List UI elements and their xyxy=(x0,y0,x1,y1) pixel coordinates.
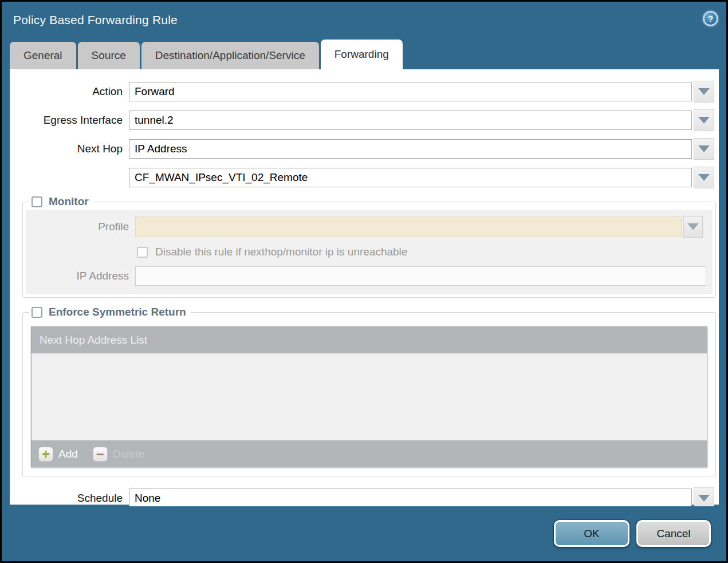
monitor-title: Monitor xyxy=(49,195,89,208)
symmetric-return-legend: Enforce Symmetric Return xyxy=(29,306,191,318)
symmetric-return-checkbox[interactable] xyxy=(32,307,42,318)
next-hop-label: Next Hop xyxy=(10,143,123,155)
next-hop-address-list-toolbar: + Add − Delete xyxy=(32,440,707,467)
next-hop-address-dropdown xyxy=(129,167,714,188)
next-hop-address-list-body[interactable] xyxy=(32,353,707,440)
delete-button: − Delete xyxy=(93,447,144,462)
disable-rule-row: Disable this rule if nexthop/monitor ip … xyxy=(137,246,709,258)
tab-general[interactable]: General xyxy=(10,42,76,69)
help-icon[interactable]: ? xyxy=(703,11,718,26)
egress-interface-dropdown-button[interactable] xyxy=(694,109,714,131)
tab-destination-application-service[interactable]: Destination/Application/Service xyxy=(141,42,319,69)
chevron-down-icon xyxy=(698,174,710,181)
action-input[interactable] xyxy=(129,82,692,101)
next-hop-address-dropdown-button[interactable] xyxy=(694,167,714,188)
action-label: Action xyxy=(10,85,123,98)
chevron-down-icon xyxy=(698,117,710,124)
dialog-title: Policy Based Forwarding Rule xyxy=(13,13,178,27)
action-dropdown xyxy=(129,81,714,103)
next-hop-address-list-header: Next Hop Address List xyxy=(32,327,707,353)
chevron-down-icon xyxy=(698,495,710,502)
egress-interface-dropdown xyxy=(129,109,714,131)
profile-row: Profile xyxy=(26,216,709,238)
egress-interface-label: Egress Interface xyxy=(10,114,123,127)
next-hop-address-row xyxy=(10,167,719,188)
delete-button-label: Delete xyxy=(113,448,144,460)
next-hop-type-input[interactable] xyxy=(129,139,692,159)
next-hop-row: Next Hop xyxy=(10,138,719,160)
next-hop-address-list-table: Next Hop Address List + Add − Delete xyxy=(31,326,707,467)
next-hop-type-dropdown xyxy=(129,138,714,160)
next-hop-type-dropdown-button[interactable] xyxy=(694,138,714,160)
schedule-input[interactable] xyxy=(129,489,692,508)
schedule-label: Schedule xyxy=(10,492,123,505)
ok-button[interactable]: OK xyxy=(554,520,629,547)
tab-source[interactable]: Source xyxy=(78,42,140,69)
forwarding-tab-panel: Action Egress Interface Next Hop xyxy=(10,69,719,505)
profile-dropdown-button xyxy=(683,216,703,238)
action-row: Action xyxy=(10,81,719,103)
chevron-down-icon xyxy=(698,145,710,152)
disable-rule-checkbox xyxy=(137,247,148,258)
dialog-footer: OK Cancel xyxy=(3,506,725,560)
monitor-legend: Monitor xyxy=(29,195,93,208)
dialog-titlebar: Policy Based Forwarding Rule ? xyxy=(2,2,726,40)
pbf-rule-dialog: Policy Based Forwarding Rule ? General S… xyxy=(0,0,728,563)
egress-interface-row: Egress Interface xyxy=(10,109,719,131)
tab-forwarding[interactable]: Forwarding xyxy=(321,40,403,69)
symmetric-return-title: Enforce Symmetric Return xyxy=(49,306,186,318)
profile-input xyxy=(135,216,682,237)
chevron-down-icon xyxy=(698,88,710,95)
chevron-down-icon xyxy=(687,223,699,230)
add-button[interactable]: + Add xyxy=(38,447,78,462)
monitor-ip-row: IP Address xyxy=(26,266,709,286)
minus-icon: − xyxy=(93,447,108,462)
monitor-checkbox[interactable] xyxy=(32,196,42,207)
tab-bar: General Source Destination/Application/S… xyxy=(10,40,403,69)
plus-icon: + xyxy=(38,447,53,462)
profile-label: Profile xyxy=(26,221,129,233)
monitor-ip-input xyxy=(135,266,706,286)
monitor-fieldset: Monitor Profile Disable this rule if nex… xyxy=(22,195,716,298)
symmetric-return-fieldset: Enforce Symmetric Return Next Hop Addres… xyxy=(22,306,716,477)
egress-interface-input[interactable] xyxy=(129,111,692,130)
monitor-ip-label: IP Address xyxy=(26,270,129,282)
disable-rule-label: Disable this rule if nexthop/monitor ip … xyxy=(155,246,407,258)
monitor-panel: Profile Disable this rule if nexthop/mon… xyxy=(26,210,713,294)
add-button-label: Add xyxy=(58,448,78,460)
next-hop-address-input[interactable] xyxy=(129,168,692,187)
action-dropdown-button[interactable] xyxy=(694,81,714,103)
cancel-button[interactable]: Cancel xyxy=(636,520,711,547)
